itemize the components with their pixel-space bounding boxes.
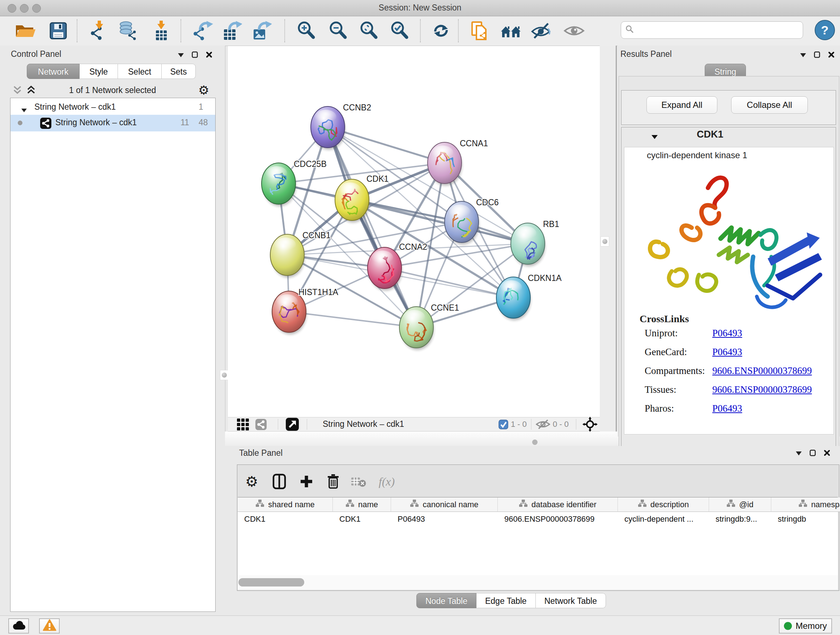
column-header-namespace[interactable]: namespace <box>771 497 840 512</box>
edge-HIST1H1A-CCNE1[interactable] <box>289 312 416 327</box>
refresh-view-button[interactable] <box>430 20 452 42</box>
table-cell[interactable]: CDK1 <box>333 512 391 526</box>
tab-node-table[interactable]: Node Table <box>416 593 477 608</box>
import-network-file-button[interactable] <box>88 20 110 42</box>
horizontal-splitter-grip[interactable] <box>532 440 538 445</box>
tab-sets[interactable]: Sets <box>162 64 196 79</box>
table-panel-close-button[interactable] <box>824 450 830 458</box>
table-cell[interactable]: cyclin-dependent ... <box>618 512 709 526</box>
table-cell[interactable]: stringdb:9... <box>709 512 771 526</box>
create-column-plus-icon[interactable] <box>296 471 317 492</box>
column-header-database-identifier[interactable]: database identifier <box>498 497 618 512</box>
table-cell[interactable]: stringdb <box>771 512 840 526</box>
crosslink-link[interactable]: P06493 <box>712 328 742 339</box>
results-panel-close-button[interactable] <box>828 51 835 59</box>
memory-button[interactable]: Memory <box>779 618 832 633</box>
delete-column-trash-icon[interactable] <box>323 471 343 492</box>
open-session-button[interactable] <box>14 20 37 42</box>
column-header-description[interactable]: description <box>618 497 709 512</box>
edge-CCNB2-CCNE1[interactable] <box>328 127 416 327</box>
column-header-canonical-name[interactable]: canonical name <box>391 497 498 512</box>
collapse-all-button[interactable]: Collapse All <box>731 96 808 114</box>
network-row-selected[interactable]: String Network – cdk1 11 48 <box>11 115 215 131</box>
network-canvas[interactable]: CCNB2 CCNA1 CDC25B CDK1 CDC6 RB1 CCNB1 C… <box>228 46 600 417</box>
node-CCNE1[interactable]: CCNE1 <box>399 303 459 350</box>
gene-details: cyclin-dependent kinase 1 CrossLinks Uni… <box>624 147 834 434</box>
node-table[interactable]: shared nameCDK1nameCDK1canonical nameP06… <box>238 497 838 576</box>
table-panel-float-menu[interactable] <box>796 450 802 457</box>
network-row-label: String Network – cdk1 <box>55 118 137 127</box>
table-gear-icon[interactable]: ⚙ <box>242 471 262 492</box>
node-RB1[interactable]: RB1 <box>511 219 559 266</box>
edge-CCNA2-CDKN1A[interactable] <box>385 268 513 298</box>
left-splitter-grip[interactable] <box>220 370 229 380</box>
column-network-icon <box>638 500 647 510</box>
collection-expand-triangle-icon[interactable] <box>21 105 27 114</box>
zoom-in-button[interactable] <box>295 20 317 42</box>
edge-CCNB2-CCNA1[interactable] <box>328 127 445 163</box>
cytoscape-window: Session: New Session ? Control Panel Net… <box>0 0 840 635</box>
hidden-eye-slash-icon[interactable] <box>535 418 551 431</box>
tab-style[interactable]: Style <box>80 64 118 79</box>
column-header-shared-name[interactable]: shared name <box>238 497 333 512</box>
zoom-fit-button[interactable] <box>358 20 380 42</box>
first-neighbors-button[interactable] <box>500 20 523 42</box>
crosslink-link[interactable]: 9606.ENSP00000378699 <box>712 384 812 395</box>
crosslink-link[interactable]: P06493 <box>712 347 742 358</box>
export-table-button[interactable] <box>221 20 243 42</box>
control-panel-tabs: NetworkStyleSelectSets <box>27 64 196 79</box>
birdseye-grid-icon[interactable] <box>237 418 249 431</box>
control-panel-float-menu[interactable] <box>178 52 184 59</box>
node-CCNA1[interactable]: CCNA1 <box>428 139 488 186</box>
import-table-file-button[interactable] <box>150 20 172 42</box>
export-network-button[interactable] <box>192 20 214 42</box>
scrollbar-thumb[interactable] <box>238 578 304 586</box>
tab-edge-table[interactable]: Edge Table <box>477 593 536 608</box>
node-label-HIST1H1A: HIST1H1A <box>298 287 339 297</box>
toolbar-separator <box>284 19 285 42</box>
crosslink-link[interactable]: P06493 <box>712 403 742 414</box>
results-panel-float-menu[interactable] <box>800 52 806 59</box>
table-panel-float-button[interactable] <box>810 450 816 458</box>
table-cell[interactable]: P06493 <box>391 512 498 526</box>
share-network-icon[interactable] <box>256 418 267 431</box>
gene-collapse-triangle-icon[interactable] <box>652 134 658 141</box>
tab-select[interactable]: Select <box>118 64 162 79</box>
gear-icon[interactable]: ⚙ <box>198 84 209 96</box>
node-CDKN1A[interactable]: CDKN1A <box>496 273 562 320</box>
tab-network[interactable]: Network <box>27 64 80 79</box>
control-panel-float-button[interactable] <box>192 51 198 59</box>
node-CDC6[interactable]: CDC6 <box>445 198 499 245</box>
table-horizontal-scrollbar[interactable] <box>238 575 838 590</box>
selected-checkbox-icon[interactable] <box>499 418 508 431</box>
external-link-icon[interactable] <box>286 418 299 431</box>
right-splitter-grip[interactable] <box>600 236 609 247</box>
column-header-@id[interactable]: @id <box>709 497 771 512</box>
search-input[interactable] <box>634 25 788 35</box>
cloud-status-button[interactable] <box>8 618 29 633</box>
zoom-selected-button[interactable] <box>388 20 411 42</box>
help-button[interactable]: ? <box>815 20 835 40</box>
import-network-database-button[interactable] <box>117 20 140 42</box>
warnings-button[interactable] <box>39 618 60 633</box>
node-HIST1H1A[interactable]: HIST1H1A <box>272 287 339 334</box>
expand-all-button[interactable]: Expand All <box>646 96 717 114</box>
network-collection-row[interactable]: String Network – cdk1 1 <box>11 100 215 115</box>
export-image-button[interactable] <box>250 20 273 42</box>
table-cell[interactable]: CDK1 <box>238 512 333 526</box>
hide-selected-button[interactable] <box>530 20 552 42</box>
column-header-name[interactable]: name <box>333 497 391 512</box>
node-CCNB2[interactable]: CCNB2 <box>311 103 371 150</box>
control-panel-close-button[interactable] <box>206 51 212 59</box>
zoom-out-button[interactable] <box>327 20 349 42</box>
tab-network-table[interactable]: Network Table <box>536 593 606 608</box>
save-session-button[interactable] <box>47 20 69 42</box>
results-panel-float-button[interactable] <box>814 51 820 59</box>
crosshair-icon[interactable] <box>583 418 598 431</box>
clone-network-button[interactable] <box>468 20 491 42</box>
node-CDK1[interactable]: CDK1 <box>335 174 388 223</box>
crosslink-link[interactable]: 9606.ENSP00000378699 <box>712 365 812 377</box>
show-all-button[interactable] <box>563 20 585 42</box>
show-columns-icon[interactable] <box>269 471 289 492</box>
table-cell[interactable]: 9606.ENSP00000378699 <box>498 512 618 526</box>
